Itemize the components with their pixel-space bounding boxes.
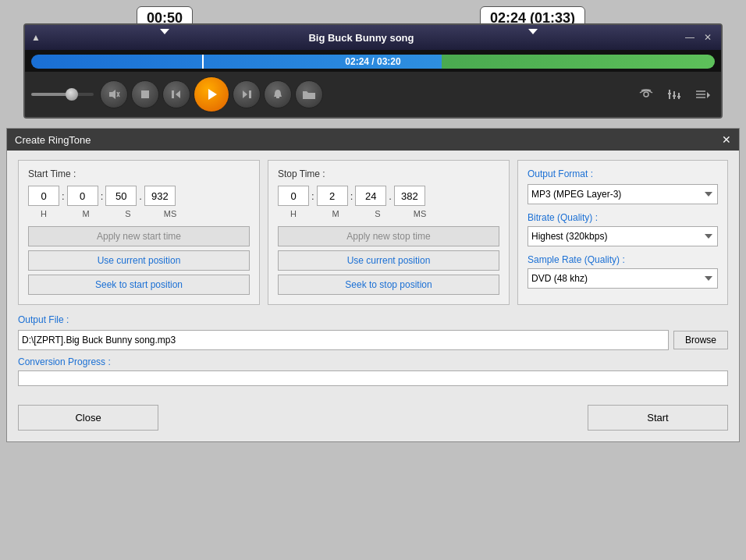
start-sep-2: : (100, 190, 105, 202)
svg-point-10 (644, 92, 648, 97)
start-m-input[interactable] (67, 186, 98, 206)
controls-row (25, 72, 721, 117)
stop-unit-h: H (278, 209, 309, 218)
stop-sep-1: : (311, 190, 315, 202)
svg-rect-9 (276, 97, 279, 98)
svg-rect-8 (249, 90, 251, 98)
start-ms-input[interactable] (144, 186, 176, 206)
svg-rect-15 (673, 95, 676, 97)
start-button[interactable]: Start (588, 405, 728, 431)
stop-time-label: Stop Time : (278, 168, 499, 179)
playlist-button[interactable] (690, 82, 715, 107)
stop-s-input[interactable] (355, 186, 386, 206)
output-format-select[interactable]: MP3 (MPEG Layer-3) (528, 184, 718, 204)
seek-to-start-button[interactable]: Seek to start position (28, 275, 250, 295)
minimize-button[interactable]: — (682, 32, 698, 43)
dialog-body: Start Time : : : . H M S M (7, 151, 739, 405)
svg-rect-16 (677, 96, 680, 97)
radio-button[interactable] (634, 82, 659, 107)
create-ringtone-dialog: Create RingTone ✕ Start Time : : : . H (6, 128, 740, 442)
stop-button[interactable] (131, 80, 159, 108)
apply-stop-time-button[interactable]: Apply new stop time (278, 226, 499, 246)
svg-rect-14 (668, 93, 671, 94)
browse-button[interactable]: Browse (673, 331, 728, 349)
player-arrow-icon: ▲ (31, 32, 41, 43)
close-button[interactable]: Close (18, 405, 158, 431)
player-window: ▲ Big Buck Bunny song — ✕ 02:24 / 03:20 (23, 23, 723, 119)
stop-unit-ms: MS (404, 209, 435, 218)
bitrate-select[interactable]: Highest (320kbps) (528, 226, 718, 246)
stop-h-input[interactable] (278, 186, 309, 206)
start-time-unit-labels: H M S MS (28, 209, 250, 218)
stop-unit-m: M (320, 209, 351, 218)
seek-bar-track[interactable]: 02:24 / 03:20 (31, 55, 715, 69)
seek-to-stop-button[interactable]: Seek to stop position (278, 275, 499, 295)
volume-knob (66, 88, 78, 101)
start-unit-h: H (28, 209, 59, 218)
conversion-progress-section: Conversion Progress : (18, 356, 728, 386)
svg-rect-5 (172, 90, 174, 98)
stop-m-input[interactable] (317, 186, 348, 206)
start-time-label: Start Time : (28, 168, 250, 179)
svg-rect-3 (141, 90, 149, 98)
apply-start-time-button[interactable]: Apply new start time (28, 226, 250, 246)
stop-time-section: Stop Time : : : . H M S MS (268, 160, 510, 305)
svg-marker-7 (243, 90, 247, 98)
play-button[interactable] (194, 76, 229, 112)
stop-unit-s: S (362, 209, 393, 218)
svg-marker-4 (176, 90, 180, 98)
stop-ms-input[interactable] (394, 186, 425, 206)
start-time-fields: : : . (28, 186, 250, 206)
stop-dot: . (388, 190, 393, 202)
dialog-footer: Close Start (7, 405, 739, 441)
sample-rate-label: Sample Rate (Quality) : (528, 254, 718, 265)
player-titlebar: ▲ Big Buck Bunny song — ✕ (25, 25, 721, 50)
mute-button[interactable] (100, 80, 128, 108)
stop-time-fields: : : . (278, 186, 499, 206)
dialog-title: Create RingTone (15, 134, 91, 146)
seek-bar-time: 02:24 / 03:20 (345, 56, 400, 67)
player-area: 00:50 02:24 (01:33) ▲ Big Buck Bunny son… (0, 0, 746, 119)
svg-marker-6 (208, 89, 217, 100)
player-title-buttons: — ✕ (682, 32, 715, 43)
svg-marker-0 (109, 90, 115, 99)
dialog-close-button[interactable]: ✕ (722, 133, 731, 146)
sample-rate-select[interactable]: DVD (48 khz) (528, 268, 718, 289)
start-s-input[interactable] (105, 186, 137, 206)
progress-bar (18, 370, 728, 386)
start-dot: . (138, 190, 143, 202)
output-file-input[interactable] (18, 330, 669, 350)
conversion-progress-label: Conversion Progress : (18, 356, 728, 367)
use-current-position-stop-button[interactable]: Use current position (278, 250, 499, 271)
stop-sep-2: : (350, 190, 354, 202)
start-unit-m: M (70, 209, 101, 218)
use-current-position-start-button[interactable]: Use current position (28, 250, 250, 271)
start-sep-1: : (61, 190, 66, 202)
next-button[interactable] (233, 80, 261, 108)
svg-marker-20 (707, 92, 710, 98)
seek-bar-container[interactable]: 02:24 / 03:20 (25, 50, 721, 72)
start-h-input[interactable] (28, 186, 59, 206)
output-format-section: Output Format : MP3 (MPEG Layer-3) Bitra… (517, 160, 728, 305)
volume-slider[interactable] (31, 93, 94, 96)
start-unit-s: S (112, 209, 144, 218)
dialog-columns: Start Time : : : . H M S M (18, 160, 728, 305)
start-unit-ms: MS (155, 209, 186, 218)
equalizer-button[interactable] (662, 82, 687, 107)
stop-time-unit-labels: H M S MS (278, 209, 499, 218)
dialog-titlebar: Create RingTone ✕ (7, 129, 739, 151)
start-time-section: Start Time : : : . H M S M (18, 160, 260, 305)
folder-button[interactable] (295, 80, 323, 108)
output-format-label: Output Format : (528, 168, 718, 179)
close-button[interactable]: ✕ (701, 32, 715, 43)
bell-button[interactable] (264, 80, 292, 108)
bitrate-label: Bitrate (Quality) : (528, 212, 718, 223)
seek-marker-start (202, 55, 204, 69)
prev-button[interactable] (162, 80, 190, 108)
output-file-label: Output File : (18, 314, 69, 325)
output-file-row: Output File : (18, 314, 728, 325)
player-title: Big Buck Bunny song (41, 32, 682, 44)
